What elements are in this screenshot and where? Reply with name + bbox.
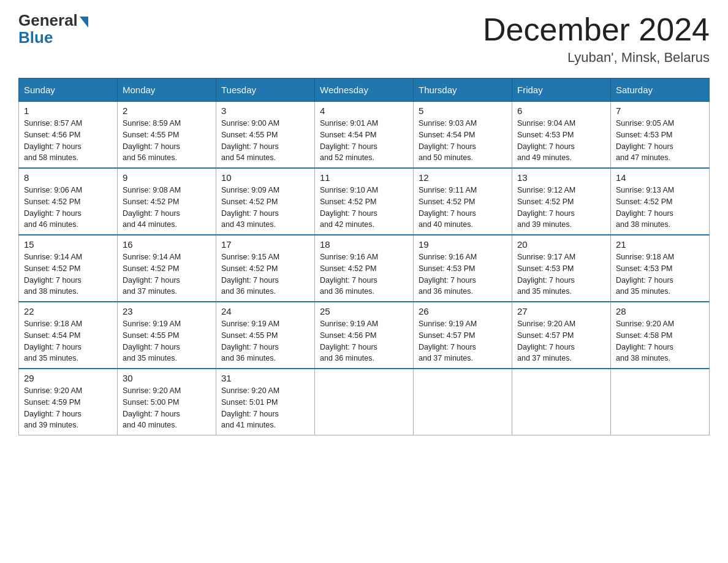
calendar-cell: 25Sunrise: 9:19 AM Sunset: 4:56 PM Dayli… xyxy=(315,302,414,369)
calendar-week-row: 15Sunrise: 9:14 AM Sunset: 4:52 PM Dayli… xyxy=(19,235,710,302)
day-info: Sunrise: 9:18 AM Sunset: 4:53 PM Dayligh… xyxy=(616,251,704,297)
day-info: Sunrise: 9:19 AM Sunset: 4:57 PM Dayligh… xyxy=(419,318,507,364)
calendar-header-row: SundayMondayTuesdayWednesdayThursdayFrid… xyxy=(19,79,710,102)
day-number: 26 xyxy=(419,306,507,316)
day-info: Sunrise: 9:17 AM Sunset: 4:53 PM Dayligh… xyxy=(517,251,605,297)
day-number: 27 xyxy=(517,306,605,316)
calendar-cell: 5Sunrise: 9:03 AM Sunset: 4:54 PM Daylig… xyxy=(414,102,512,169)
day-info: Sunrise: 9:05 AM Sunset: 4:53 PM Dayligh… xyxy=(616,118,704,164)
day-info: Sunrise: 9:10 AM Sunset: 4:52 PM Dayligh… xyxy=(320,185,408,231)
day-info: Sunrise: 9:20 AM Sunset: 5:01 PM Dayligh… xyxy=(221,385,309,431)
day-number: 5 xyxy=(419,105,507,116)
calendar-cell: 11Sunrise: 9:10 AM Sunset: 4:52 PM Dayli… xyxy=(315,168,414,235)
calendar-cell: 10Sunrise: 9:09 AM Sunset: 4:52 PM Dayli… xyxy=(216,168,315,235)
calendar-cell: 18Sunrise: 9:16 AM Sunset: 4:52 PM Dayli… xyxy=(315,235,414,302)
day-info: Sunrise: 9:06 AM Sunset: 4:52 PM Dayligh… xyxy=(24,185,112,231)
day-number: 18 xyxy=(320,239,408,250)
calendar-cell: 28Sunrise: 9:20 AM Sunset: 4:58 PM Dayli… xyxy=(611,302,710,369)
calendar-cell: 6Sunrise: 9:04 AM Sunset: 4:53 PM Daylig… xyxy=(512,102,611,169)
day-number: 24 xyxy=(221,306,309,316)
calendar-cell: 20Sunrise: 9:17 AM Sunset: 4:53 PM Dayli… xyxy=(512,235,611,302)
day-info: Sunrise: 9:01 AM Sunset: 4:54 PM Dayligh… xyxy=(320,118,408,164)
calendar-cell xyxy=(611,369,710,435)
calendar-cell: 23Sunrise: 9:19 AM Sunset: 4:55 PM Dayli… xyxy=(118,302,216,369)
calendar-cell xyxy=(315,369,414,435)
calendar-cell: 24Sunrise: 9:19 AM Sunset: 4:55 PM Dayli… xyxy=(216,302,315,369)
calendar-cell xyxy=(414,369,512,435)
calendar-cell: 8Sunrise: 9:06 AM Sunset: 4:52 PM Daylig… xyxy=(19,168,118,235)
day-info: Sunrise: 8:57 AM Sunset: 4:56 PM Dayligh… xyxy=(24,118,112,164)
day-number: 19 xyxy=(419,239,507,250)
day-number: 20 xyxy=(517,239,605,250)
day-info: Sunrise: 8:59 AM Sunset: 4:55 PM Dayligh… xyxy=(123,118,211,164)
calendar-cell: 17Sunrise: 9:15 AM Sunset: 4:52 PM Dayli… xyxy=(216,235,315,302)
logo-arrow-icon xyxy=(80,17,88,28)
day-info: Sunrise: 9:19 AM Sunset: 4:55 PM Dayligh… xyxy=(221,318,309,364)
logo-general-text: General xyxy=(18,12,78,28)
day-number: 28 xyxy=(616,306,704,316)
day-number: 10 xyxy=(221,172,309,183)
day-number: 14 xyxy=(616,172,704,183)
calendar-table: SundayMondayTuesdayWednesdayThursdayFrid… xyxy=(18,78,710,435)
calendar-cell: 26Sunrise: 9:19 AM Sunset: 4:57 PM Dayli… xyxy=(414,302,512,369)
day-info: Sunrise: 9:14 AM Sunset: 4:52 PM Dayligh… xyxy=(123,251,211,297)
calendar-week-row: 8Sunrise: 9:06 AM Sunset: 4:52 PM Daylig… xyxy=(19,168,710,235)
location-title: Lyuban', Minsk, Belarus xyxy=(483,50,710,66)
calendar-cell: 2Sunrise: 8:59 AM Sunset: 4:55 PM Daylig… xyxy=(118,102,216,169)
day-info: Sunrise: 9:18 AM Sunset: 4:54 PM Dayligh… xyxy=(24,318,112,364)
weekday-header-wednesday: Wednesday xyxy=(315,79,414,102)
day-number: 17 xyxy=(221,239,309,250)
day-number: 6 xyxy=(517,105,605,116)
calendar-cell xyxy=(512,369,611,435)
day-info: Sunrise: 9:20 AM Sunset: 4:59 PM Dayligh… xyxy=(24,385,112,431)
day-number: 30 xyxy=(123,373,211,383)
day-info: Sunrise: 9:16 AM Sunset: 4:53 PM Dayligh… xyxy=(419,251,507,297)
day-info: Sunrise: 9:15 AM Sunset: 4:52 PM Dayligh… xyxy=(221,251,309,297)
day-number: 22 xyxy=(24,306,112,316)
calendar-cell: 3Sunrise: 9:00 AM Sunset: 4:55 PM Daylig… xyxy=(216,102,315,169)
day-number: 31 xyxy=(221,373,309,383)
calendar-cell: 27Sunrise: 9:20 AM Sunset: 4:57 PM Dayli… xyxy=(512,302,611,369)
calendar-week-row: 22Sunrise: 9:18 AM Sunset: 4:54 PM Dayli… xyxy=(19,302,710,369)
day-info: Sunrise: 9:13 AM Sunset: 4:52 PM Dayligh… xyxy=(616,185,704,231)
day-info: Sunrise: 9:19 AM Sunset: 4:56 PM Dayligh… xyxy=(320,318,408,364)
month-title: December 2024 xyxy=(483,12,710,47)
day-number: 21 xyxy=(616,239,704,250)
day-info: Sunrise: 9:20 AM Sunset: 4:57 PM Dayligh… xyxy=(517,318,605,364)
weekday-header-friday: Friday xyxy=(512,79,611,102)
calendar-cell: 29Sunrise: 9:20 AM Sunset: 4:59 PM Dayli… xyxy=(19,369,118,435)
calendar-cell: 9Sunrise: 9:08 AM Sunset: 4:52 PM Daylig… xyxy=(118,168,216,235)
day-number: 9 xyxy=(123,172,211,183)
day-number: 13 xyxy=(517,172,605,183)
day-info: Sunrise: 9:19 AM Sunset: 4:55 PM Dayligh… xyxy=(123,318,211,364)
calendar-cell: 13Sunrise: 9:12 AM Sunset: 4:52 PM Dayli… xyxy=(512,168,611,235)
day-info: Sunrise: 9:20 AM Sunset: 4:58 PM Dayligh… xyxy=(616,318,704,364)
day-number: 3 xyxy=(221,105,309,116)
logo-blue-text: Blue xyxy=(18,29,53,45)
day-info: Sunrise: 9:16 AM Sunset: 4:52 PM Dayligh… xyxy=(320,251,408,297)
day-number: 12 xyxy=(419,172,507,183)
day-info: Sunrise: 9:04 AM Sunset: 4:53 PM Dayligh… xyxy=(517,118,605,164)
title-block: December 2024 Lyuban', Minsk, Belarus xyxy=(483,12,710,66)
day-number: 11 xyxy=(320,172,408,183)
calendar-cell: 15Sunrise: 9:14 AM Sunset: 4:52 PM Dayli… xyxy=(19,235,118,302)
day-number: 4 xyxy=(320,105,408,116)
calendar-week-row: 1Sunrise: 8:57 AM Sunset: 4:56 PM Daylig… xyxy=(19,102,710,169)
calendar-cell: 14Sunrise: 9:13 AM Sunset: 4:52 PM Dayli… xyxy=(611,168,710,235)
calendar-cell: 21Sunrise: 9:18 AM Sunset: 4:53 PM Dayli… xyxy=(611,235,710,302)
day-info: Sunrise: 9:09 AM Sunset: 4:52 PM Dayligh… xyxy=(221,185,309,231)
day-number: 29 xyxy=(24,373,112,383)
logo: General Blue xyxy=(18,12,88,45)
calendar-week-row: 29Sunrise: 9:20 AM Sunset: 4:59 PM Dayli… xyxy=(19,369,710,435)
day-number: 25 xyxy=(320,306,408,316)
calendar-cell: 1Sunrise: 8:57 AM Sunset: 4:56 PM Daylig… xyxy=(19,102,118,169)
calendar-cell: 12Sunrise: 9:11 AM Sunset: 4:52 PM Dayli… xyxy=(414,168,512,235)
day-info: Sunrise: 9:20 AM Sunset: 5:00 PM Dayligh… xyxy=(123,385,211,431)
day-number: 8 xyxy=(24,172,112,183)
day-info: Sunrise: 9:00 AM Sunset: 4:55 PM Dayligh… xyxy=(221,118,309,164)
weekday-header-thursday: Thursday xyxy=(414,79,512,102)
day-info: Sunrise: 9:14 AM Sunset: 4:52 PM Dayligh… xyxy=(24,251,112,297)
day-number: 1 xyxy=(24,105,112,116)
weekday-header-tuesday: Tuesday xyxy=(216,79,315,102)
day-info: Sunrise: 9:03 AM Sunset: 4:54 PM Dayligh… xyxy=(419,118,507,164)
